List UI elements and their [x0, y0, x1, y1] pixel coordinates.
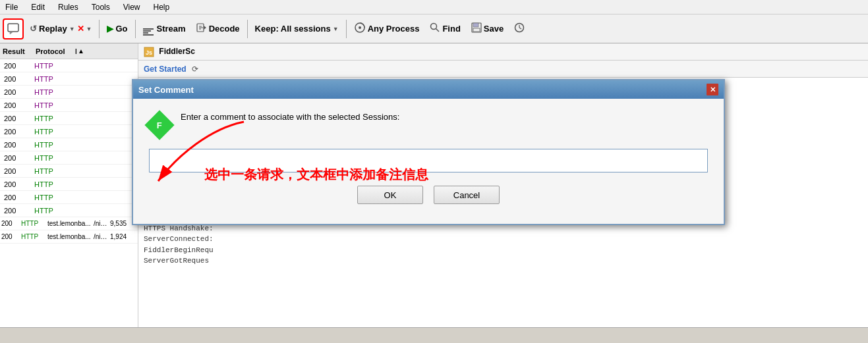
dialog-close-button[interactable]: ✕	[707, 84, 718, 95]
dialog-message: Enter a comment to associate with the se…	[181, 112, 708, 122]
dialog-body: F Enter a comment to associate with the …	[133, 99, 724, 224]
dialog-buttons: OK Cancel	[149, 186, 708, 211]
dialog-f-icon: F	[144, 110, 174, 140]
cancel-button[interactable]: Cancel	[434, 186, 500, 204]
dialog-title: Set Comment	[138, 85, 194, 95]
comment-input[interactable]	[149, 149, 708, 172]
dialog-titlebar: Set Comment ✕	[133, 80, 724, 99]
dialog-icon-label: F	[157, 120, 162, 130]
set-comment-dialog: Set Comment ✕ F Enter a comment to assoc…	[132, 79, 725, 225]
ok-button[interactable]: OK	[357, 186, 423, 204]
dialog-overlay: Set Comment ✕ F Enter a comment to assoc…	[0, 0, 868, 343]
dialog-message-row: F Enter a comment to associate with the …	[149, 112, 708, 136]
